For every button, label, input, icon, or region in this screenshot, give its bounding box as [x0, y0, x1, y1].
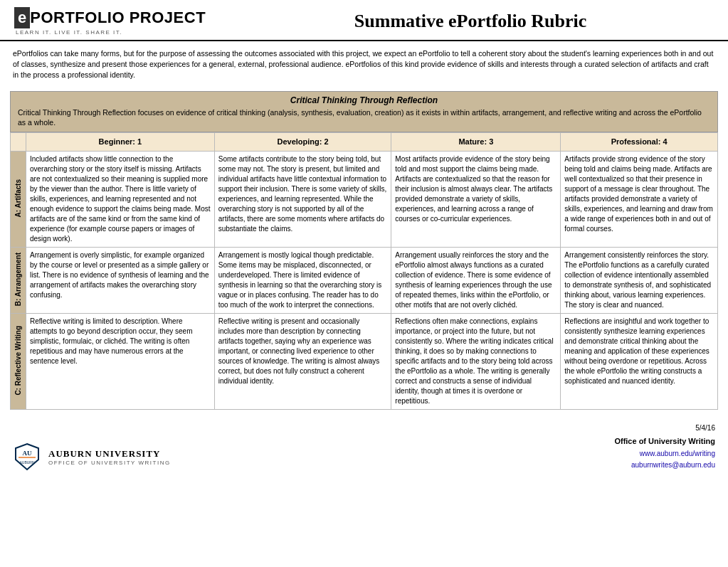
rubric-container: Critical Thinking Through Reflection Cri… [0, 87, 728, 415]
row-label-arrangement: B: Arrangement [11, 248, 26, 314]
intro-paragraph: ePortfolios can take many forms, but for… [0, 41, 728, 87]
section-header: Critical Thinking Through Reflection Cri… [10, 91, 718, 132]
arrangement-beginner: Arrangement is overly simplistic, for ex… [26, 248, 215, 314]
intro-text: ePortfolios can take many forms, but for… [13, 48, 715, 81]
arrangement-mature: Arrangement usually reinforces the story… [391, 248, 561, 314]
reflective-professional: Reflections are insightful and work toge… [561, 314, 718, 410]
header: e PORTFOLIO PROJECT LEARN IT. LIVE IT. S… [0, 0, 728, 41]
logo-portfolio-text: PORTFOLIO PROJECT [30, 9, 206, 27]
section-title: Critical Thinking Through Reflection [18, 95, 710, 105]
reflective-beginner: Reflective writing is limited to descrip… [26, 314, 215, 410]
footer-text-block: AUBURN UNIVERSITY OFFICE OF UNIVERSITY W… [48, 448, 171, 466]
footer: AU AUBURN AUBURN UNIVERSITY OFFICE OF UN… [0, 417, 728, 475]
footer-right: 5/4/16 Office of University Writing www.… [614, 423, 715, 471]
header-empty [11, 133, 26, 152]
row-label-reflective: C: Reflective Writing [11, 314, 26, 410]
artifacts-professional: Artifacts provide strong evidence of the… [561, 152, 718, 248]
section-description: Critical Thinking Through Reflection foc… [18, 107, 710, 128]
svg-marker-0 [16, 444, 38, 470]
page-title-block: Summative ePortfolio Rubric [227, 11, 714, 32]
header-mature: Mature: 3 [391, 133, 561, 152]
header-beginner: Beginner: 1 [26, 133, 215, 152]
artifacts-developing: Some artifacts contribute to the story b… [214, 152, 391, 248]
row-label-artifacts: A: Artifacts [11, 152, 26, 248]
auburn-university-name: AUBURN UNIVERSITY [48, 448, 171, 460]
artifacts-mature: Most artifacts provide evidence of the s… [391, 152, 561, 248]
svg-text:AU: AU [23, 450, 32, 457]
logo-subtitle: LEARN IT. LIVE IT. SHARE IT. [16, 29, 122, 36]
table-row: C: Reflective Writing Reflective writing… [11, 314, 718, 410]
reflective-developing: Reflective writing is present and occasi… [214, 314, 391, 410]
header-professional: Professional: 4 [561, 133, 718, 152]
arrangement-professional: Arrangement consistently reinforces the … [561, 248, 718, 314]
table-row: B: Arrangement Arrangement is overly sim… [11, 248, 718, 314]
auburn-shield-icon: AU AUBURN [13, 443, 41, 471]
footer-logo: AU AUBURN AUBURN UNIVERSITY OFFICE OF UN… [13, 443, 171, 471]
email-link[interactable]: auburnwrites@auburn.edu [614, 460, 715, 471]
svg-text:AUBURN: AUBURN [19, 460, 35, 465]
artifacts-beginner: Included artifacts show little connectio… [26, 152, 215, 248]
page-title: Summative ePortfolio Rubric [227, 11, 714, 32]
logo-main: e PORTFOLIO PROJECT [14, 7, 206, 28]
logo-e: e [14, 7, 30, 28]
website-link[interactable]: www.auburn.edu/writing [614, 448, 715, 460]
header-developing: Developing: 2 [214, 133, 391, 152]
date: 5/4/16 [614, 423, 715, 434]
arrangement-developing: Arrangement is mostly logical though pre… [214, 248, 391, 314]
office-name: Office of University Writing [614, 435, 715, 448]
reflective-mature: Reflections often make connections, expl… [391, 314, 561, 410]
logo-block: e PORTFOLIO PROJECT LEARN IT. LIVE IT. S… [14, 7, 206, 36]
rubric-table: Beginner: 1 Developing: 2 Mature: 3 Prof… [10, 132, 718, 410]
table-row: A: Artifacts Included artifacts show lit… [11, 152, 718, 248]
auburn-sub-label: OFFICE OF UNIVERSITY WRITING [48, 460, 171, 466]
